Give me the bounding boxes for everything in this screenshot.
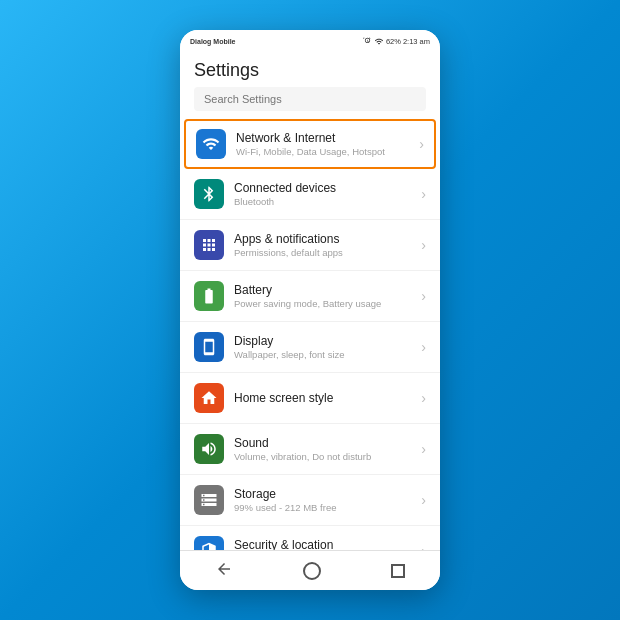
status-left: Dialog Mobile: [190, 38, 236, 45]
display-subtitle: Wallpaper, sleep, font size: [234, 349, 417, 360]
apps-icon: [200, 236, 218, 254]
connected-title: Connected devices: [234, 181, 417, 195]
connected-subtitle: Bluetooth: [234, 196, 417, 207]
signal-icon: [374, 37, 384, 46]
volume-icon: [200, 440, 218, 458]
home-icon: [200, 389, 218, 407]
setting-item-storage[interactable]: Storage 99% used - 212 MB free ›: [180, 475, 440, 526]
display-icon-wrap: [194, 332, 224, 362]
battery-icon-wrap: [194, 281, 224, 311]
setting-item-sound[interactable]: Sound Volume, vibration, Do not disturb …: [180, 424, 440, 475]
bluetooth-icon: [200, 185, 218, 203]
page-title: Settings: [180, 50, 440, 87]
status-bar: Dialog Mobile 62% 2:13 am: [180, 30, 440, 50]
status-right: 62% 2:13 am: [363, 37, 430, 46]
storage-chevron: ›: [421, 492, 426, 508]
display-title: Display: [234, 334, 417, 348]
sound-icon-wrap: [194, 434, 224, 464]
network-text: Network & Internet Wi-Fi, Mobile, Data U…: [236, 131, 415, 157]
battery-chevron: ›: [421, 288, 426, 304]
sound-title: Sound: [234, 436, 417, 450]
homescreen-text: Home screen style: [234, 391, 417, 406]
battery-icon: [200, 287, 218, 305]
homescreen-icon-wrap: [194, 383, 224, 413]
setting-item-apps[interactable]: Apps & notifications Permissions, defaul…: [180, 220, 440, 271]
setting-item-display[interactable]: Display Wallpaper, sleep, font size ›: [180, 322, 440, 373]
apps-subtitle: Permissions, default apps: [234, 247, 417, 258]
connected-icon-wrap: [194, 179, 224, 209]
storage-text: Storage 99% used - 212 MB free: [234, 487, 417, 513]
battery-text: Battery Power saving mode, Battery usage: [234, 283, 417, 309]
setting-item-homescreen[interactable]: Home screen style ›: [180, 373, 440, 424]
setting-item-battery[interactable]: Battery Power saving mode, Battery usage…: [180, 271, 440, 322]
security-icon-wrap: [194, 536, 224, 550]
storage-icon-wrap: [194, 485, 224, 515]
homescreen-title: Home screen style: [234, 391, 417, 405]
battery-title: Battery: [234, 283, 417, 297]
sound-chevron: ›: [421, 441, 426, 457]
back-button[interactable]: [215, 560, 233, 582]
time-label: 2:13 am: [403, 37, 430, 46]
display-text: Display Wallpaper, sleep, font size: [234, 334, 417, 360]
phone-frame: Dialog Mobile 62% 2:13 am Settings Netwo…: [180, 30, 440, 590]
security-text: Security & location Screen lock: [234, 538, 417, 550]
storage-subtitle: 99% used - 212 MB free: [234, 502, 417, 513]
security-title: Security & location: [234, 538, 417, 550]
wifi-icon: [202, 135, 220, 153]
apps-icon-wrap: [194, 230, 224, 260]
storage-title: Storage: [234, 487, 417, 501]
storage-icon: [200, 491, 218, 509]
home-button[interactable]: [303, 562, 321, 580]
setting-item-network[interactable]: Network & Internet Wi-Fi, Mobile, Data U…: [184, 119, 436, 169]
security-icon: [200, 542, 218, 550]
nav-bar: [180, 550, 440, 590]
network-icon-wrap: [196, 129, 226, 159]
settings-list: Network & Internet Wi-Fi, Mobile, Data U…: [180, 119, 440, 550]
homescreen-chevron: ›: [421, 390, 426, 406]
apps-text: Apps & notifications Permissions, defaul…: [234, 232, 417, 258]
apps-chevron: ›: [421, 237, 426, 253]
apps-title: Apps & notifications: [234, 232, 417, 246]
search-input[interactable]: [194, 87, 426, 111]
carrier-label: Dialog Mobile: [190, 38, 236, 45]
sound-subtitle: Volume, vibration, Do not disturb: [234, 451, 417, 462]
display-chevron: ›: [421, 339, 426, 355]
network-chevron: ›: [419, 136, 424, 152]
sound-text: Sound Volume, vibration, Do not disturb: [234, 436, 417, 462]
setting-item-security[interactable]: Security & location Screen lock ›: [180, 526, 440, 550]
battery-subtitle: Power saving mode, Battery usage: [234, 298, 417, 309]
setting-item-connected[interactable]: Connected devices Bluetooth ›: [180, 169, 440, 220]
battery-label: 62%: [386, 37, 401, 46]
alarm-icon: [363, 37, 372, 46]
network-title: Network & Internet: [236, 131, 415, 145]
connected-text: Connected devices Bluetooth: [234, 181, 417, 207]
security-chevron: ›: [421, 543, 426, 550]
recents-button[interactable]: [391, 564, 405, 578]
network-subtitle: Wi-Fi, Mobile, Data Usage, Hotspot: [236, 146, 415, 157]
display-icon: [200, 338, 218, 356]
connected-chevron: ›: [421, 186, 426, 202]
